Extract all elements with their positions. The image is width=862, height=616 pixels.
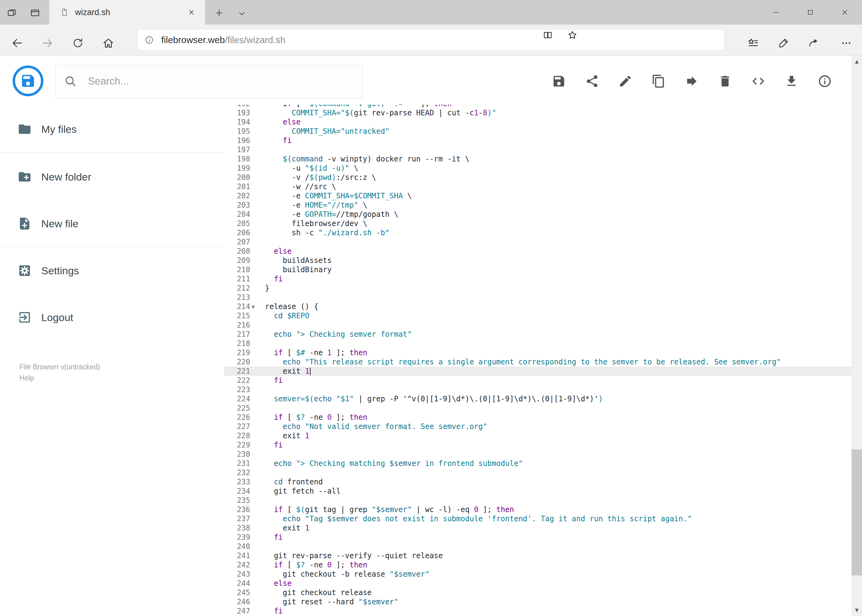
code-line[interactable]: 209 buildAssets xyxy=(224,256,851,265)
save-button[interactable] xyxy=(550,72,568,90)
code-line[interactable]: 230 xyxy=(224,449,851,459)
code-line[interactable]: 208 else xyxy=(224,247,851,256)
code-line[interactable]: 196 fi xyxy=(224,136,851,145)
sidebar-item-my-files[interactable]: My files xyxy=(0,117,224,141)
code-line[interactable]: 242 if [ $? -ne 0 ]; then xyxy=(224,560,851,570)
code-line[interactable]: 243 git checkout -b release "$semver" xyxy=(224,570,851,579)
code-line[interactable]: 236 if [ $(git tag | grep "$semver" | wc… xyxy=(224,505,851,514)
tab-close-button[interactable] xyxy=(186,7,197,18)
info-button[interactable] xyxy=(816,72,834,90)
code-line[interactable]: 237 echo "Tag $semver does not exist in … xyxy=(224,514,851,523)
search-input[interactable] xyxy=(87,75,341,87)
back-button[interactable] xyxy=(8,34,26,52)
share-file-button[interactable] xyxy=(583,72,601,90)
code-line[interactable]: 218 xyxy=(224,339,851,348)
code-line[interactable]: 210 buildBinary xyxy=(224,265,851,274)
code-line[interactable]: 231 echo "> Checking matching $semver in… xyxy=(224,459,851,468)
code-line[interactable]: 223 xyxy=(224,385,851,394)
code-line[interactable]: 200 -v /$(pwd):/src:z \ xyxy=(224,173,851,182)
scroll-down-button[interactable]: ▼ xyxy=(851,604,862,616)
code-line[interactable]: 197 xyxy=(224,145,851,154)
rename-button[interactable] xyxy=(616,72,635,90)
set-tabs-aside-button[interactable] xyxy=(28,6,42,20)
maximize-button[interactable] xyxy=(793,0,827,25)
minimize-button[interactable] xyxy=(759,0,793,25)
code-line[interactable]: 216 xyxy=(224,321,851,330)
code-line[interactable]: 212} xyxy=(224,284,851,293)
code-line[interactable]: 229 fi xyxy=(224,440,851,449)
code-line[interactable]: 227 echo "Not valid semver format. See s… xyxy=(224,422,851,431)
code-line[interactable]: 213 xyxy=(224,293,851,302)
fold-marker-icon[interactable]: ▾ xyxy=(250,302,265,311)
sidebar-item-new-file[interactable]: New file xyxy=(0,211,224,236)
code-line[interactable]: 193 COMMIT_SHA="$(git rev-parse HEAD | c… xyxy=(224,108,851,118)
hub-button[interactable] xyxy=(744,34,762,52)
code-line[interactable]: 225 xyxy=(224,404,851,413)
tab-list-chevron-button[interactable] xyxy=(236,8,248,19)
code-line[interactable]: 232 xyxy=(224,468,851,477)
code-line[interactable]: 207 xyxy=(224,237,851,247)
favorite-star-button[interactable] xyxy=(566,28,579,42)
help-link[interactable]: Help xyxy=(19,374,34,382)
scrollbar[interactable]: ▲ ▼ xyxy=(851,56,862,616)
code-line[interactable]: 194 else xyxy=(224,118,851,127)
code-line[interactable]: 214▾release () { xyxy=(224,302,851,311)
new-tab-button[interactable] xyxy=(213,7,225,19)
code-line[interactable]: 239 fi xyxy=(224,533,851,542)
home-button[interactable] xyxy=(99,34,118,52)
refresh-button[interactable] xyxy=(69,34,87,52)
search-box[interactable] xyxy=(55,64,363,98)
code-line[interactable]: 201 -w //src \ xyxy=(224,182,851,191)
code-line[interactable]: 234 git fetch --all xyxy=(224,487,851,496)
code-line[interactable]: 238 exit 1 xyxy=(224,523,851,533)
reading-view-button[interactable] xyxy=(541,29,555,41)
code-line[interactable]: 244 else xyxy=(224,579,851,588)
code-line[interactable]: 219 if [ $# -ne 1 ]; then xyxy=(224,348,851,357)
move-button[interactable] xyxy=(682,72,701,90)
code-line[interactable]: 215 cd $REPO xyxy=(224,311,851,321)
code-line[interactable]: 240 xyxy=(224,542,851,551)
app-logo[interactable] xyxy=(13,66,43,96)
code-line[interactable]: 233 cd frontend xyxy=(224,477,851,487)
scrollbar-thumb[interactable] xyxy=(851,449,862,575)
forward-button[interactable] xyxy=(38,34,57,52)
code-line[interactable]: 220 echo "This release script requires a… xyxy=(224,357,851,366)
code-line[interactable]: 247 fi xyxy=(224,607,851,616)
more-button[interactable] xyxy=(837,34,856,52)
share-button[interactable] xyxy=(804,34,823,52)
address-field[interactable]: filebrowser.web/files/wizard.sh xyxy=(137,29,725,50)
browser-tab[interactable]: wizard.sh xyxy=(49,0,205,25)
code-line[interactable]: 228 exit 1 xyxy=(224,431,851,440)
code-line[interactable]: 198 $(command -v winpty) docker run --rm… xyxy=(224,154,851,163)
code-line[interactable]: 211 fi xyxy=(224,274,851,284)
code-line[interactable]: 203 -e HOME="//tmp" \ xyxy=(224,201,851,210)
code-line[interactable]: 205 filebrowser/dev \ xyxy=(224,219,851,228)
code-line[interactable]: 202 -e COMMIT_SHA=$COMMIT_SHA \ xyxy=(224,191,851,201)
sidebar-item-logout[interactable]: Logout xyxy=(0,305,224,330)
code-line[interactable]: 192 if [ "$(command -v git)" != "" ]; th… xyxy=(224,105,851,108)
scroll-up-button[interactable]: ▲ xyxy=(851,56,862,68)
close-window-button[interactable] xyxy=(827,0,862,25)
code-line[interactable]: 217 echo "> Checking semver format" xyxy=(224,330,851,339)
code-line[interactable]: 224 semver=$(echo "$1" | grep -P '^v(0|[… xyxy=(224,394,851,404)
site-info-icon[interactable] xyxy=(145,35,154,45)
code-line[interactable]: 241 git rev-parse --verify --quiet relea… xyxy=(224,551,851,560)
show-tab-previews-button[interactable] xyxy=(5,6,19,20)
code-line[interactable]: 246 git reset --hard "$semver" xyxy=(224,597,851,607)
code-line[interactable]: 199 -u "$(id -u)" \ xyxy=(224,163,851,173)
delete-button[interactable] xyxy=(716,72,734,90)
code-line[interactable]: 206 sh -c "./wizard.sh -b" xyxy=(224,228,851,237)
sidebar-item-settings[interactable]: Settings xyxy=(0,258,224,283)
download-button[interactable] xyxy=(782,72,801,90)
code-line[interactable]: 222 fi xyxy=(224,376,851,385)
code-line[interactable]: 226 if [ $? -ne 0 ]; then xyxy=(224,413,851,422)
code-editor[interactable]: 192 if [ "$(command -v git)" != "" ]; th… xyxy=(224,105,851,616)
sidebar-item-new-folder[interactable]: New folder xyxy=(0,165,224,189)
web-note-button[interactable] xyxy=(774,34,793,52)
code-line[interactable]: 221 exit 1 xyxy=(224,366,851,376)
copy-button[interactable] xyxy=(649,72,668,90)
code-mode-button[interactable] xyxy=(749,72,767,90)
code-line[interactable]: 235 xyxy=(224,496,851,505)
code-line[interactable]: 245 git checkout release xyxy=(224,588,851,597)
code-line[interactable]: 195 COMMIT_SHA="untracked" xyxy=(224,127,851,136)
